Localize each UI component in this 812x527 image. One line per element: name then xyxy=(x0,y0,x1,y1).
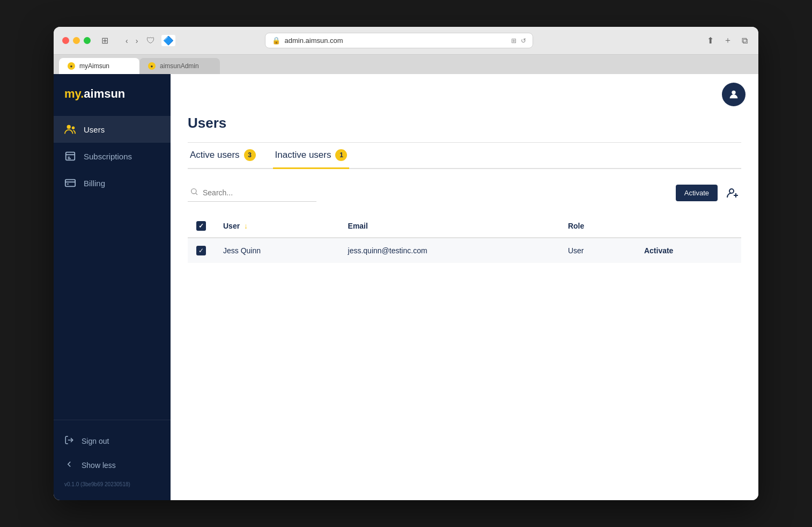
signout-button[interactable]: Sign out xyxy=(54,429,171,453)
row-checkbox-cell: ✓ xyxy=(188,238,215,263)
lock-icon: 🔒 xyxy=(272,36,280,45)
table-header-role: Role xyxy=(559,215,636,238)
sort-icon[interactable]: ↓ xyxy=(244,222,248,230)
refresh-icon[interactable]: ↺ xyxy=(521,37,526,45)
tab-inactive-users[interactable]: Inactive users 1 xyxy=(273,143,350,169)
traffic-lights xyxy=(62,37,91,44)
tab-aimsun-admin[interactable]: ● aimsunAdmin xyxy=(139,58,220,74)
tab-favicon-aimsun: ● xyxy=(148,62,156,70)
showless-button[interactable]: Show less xyxy=(54,453,171,477)
app-container: my.aimsun Users xyxy=(54,74,758,500)
tab-label-aimsun: aimsunAdmin xyxy=(160,62,199,70)
new-tab-button[interactable]: ＋ xyxy=(721,33,734,48)
table-header-email: Email xyxy=(339,215,559,238)
tab-myaimsun[interactable]: ● myAimsun xyxy=(59,58,139,74)
chevron-left-icon xyxy=(64,459,74,471)
shield-icon: 🛡 xyxy=(146,36,155,46)
row-user-name: Jess Quinn xyxy=(215,238,339,263)
toolbar: Activate xyxy=(188,184,741,202)
logo-aimsun: aimsun xyxy=(84,87,125,100)
svg-rect-6 xyxy=(65,180,75,187)
signout-label: Sign out xyxy=(82,437,109,445)
share-button[interactable]: ⬆ xyxy=(705,33,716,48)
sidebar-logo: my.aimsun xyxy=(54,74,171,112)
main-content: Users Active users 3 Inactive users 1 xyxy=(171,74,758,500)
tab-inactive-users-badge: 1 xyxy=(335,149,347,161)
search-box xyxy=(188,184,316,202)
bitwarden-icon: 🔷 xyxy=(161,35,175,46)
url-text: admin.aimsun.com xyxy=(285,36,343,45)
forward-button[interactable]: › xyxy=(134,34,141,47)
browser-window: ⊞ ‹ › 🛡 🔷 🔒 admin.aimsun.com ⊞ ↺ ⬆ ＋ ⧉ ●… xyxy=(54,27,758,500)
version-text: v0.1.0 (3be9b69 20230518) xyxy=(54,477,171,492)
users-icon xyxy=(64,123,76,135)
user-column-label: User xyxy=(223,222,240,230)
user-avatar-button[interactable] xyxy=(722,83,745,106)
row-email: jess.quinn@testinc.com xyxy=(339,238,559,263)
users-table: ✓ User ↓ Email Role xyxy=(188,215,741,263)
tabs-overview-button[interactable]: ⧉ xyxy=(740,34,750,48)
main-header xyxy=(171,74,758,115)
svg-point-11 xyxy=(191,189,196,194)
sidebar-nav: Users Subscriptions xyxy=(54,112,171,420)
add-user-button[interactable] xyxy=(724,185,741,202)
table-header-checkbox: ✓ xyxy=(188,215,215,238)
sidebar: my.aimsun Users xyxy=(54,74,171,500)
tab-active-users-badge: 3 xyxy=(244,149,256,161)
sidebar-item-subscriptions[interactable]: Subscriptions xyxy=(54,143,171,170)
svg-point-13 xyxy=(729,189,734,193)
sidebar-item-billing[interactable]: Billing xyxy=(54,170,171,196)
sidebar-bottom: Sign out Show less v0.1.0 (3be9b69 20230… xyxy=(54,420,171,500)
page-title: Users xyxy=(188,115,741,131)
svg-point-0 xyxy=(67,125,71,129)
svg-point-1 xyxy=(72,127,75,130)
address-bar[interactable]: 🔒 admin.aimsun.com ⊞ ↺ xyxy=(265,33,533,48)
billing-icon xyxy=(64,177,76,189)
table-header-action xyxy=(636,215,741,238)
row-role: User xyxy=(559,238,636,263)
logo-my: my. xyxy=(64,87,84,100)
showless-label: Show less xyxy=(82,461,116,470)
table-header: ✓ User ↓ Email Role xyxy=(188,215,741,238)
search-input[interactable] xyxy=(203,188,299,197)
toolbar-actions: Activate xyxy=(676,185,741,202)
signout-icon xyxy=(64,435,74,447)
maximize-button[interactable] xyxy=(84,37,91,44)
subscriptions-icon xyxy=(64,150,76,162)
sidebar-item-billing-label: Billing xyxy=(84,179,105,188)
tab-label-myaimsun: myAimsun xyxy=(79,62,109,70)
minimize-button[interactable] xyxy=(73,37,80,44)
svg-rect-8 xyxy=(67,184,69,185)
tab-active-users-label: Active users xyxy=(190,150,240,160)
search-icon xyxy=(190,187,198,198)
browser-actions: ⬆ ＋ ⧉ xyxy=(705,33,750,48)
row-checkbox[interactable]: ✓ xyxy=(196,246,206,255)
row-activate-link[interactable]: Activate xyxy=(644,246,673,255)
browser-titlebar: ⊞ ‹ › 🛡 🔷 🔒 admin.aimsun.com ⊞ ↺ ⬆ ＋ ⧉ xyxy=(54,27,758,55)
content-body: Users Active users 3 Inactive users 1 xyxy=(171,115,758,280)
browser-tabbar: ● myAimsun ● aimsunAdmin xyxy=(54,55,758,74)
user-tabs: Active users 3 Inactive users 1 xyxy=(188,143,741,169)
tab-inactive-users-label: Inactive users xyxy=(275,150,331,160)
close-button[interactable] xyxy=(62,37,69,44)
activate-button[interactable]: Activate xyxy=(676,185,718,201)
sidebar-item-users[interactable]: Users xyxy=(54,116,171,143)
sidebar-toggle-button[interactable]: ⊞ xyxy=(97,33,113,48)
header-checkbox[interactable]: ✓ xyxy=(196,221,206,231)
reader-icon: ⊞ xyxy=(511,37,516,45)
logo-text: my.aimsun xyxy=(64,87,125,100)
tab-active-users[interactable]: Active users 3 xyxy=(188,143,258,169)
svg-line-12 xyxy=(196,193,197,195)
tab-favicon-myaimsun: ● xyxy=(68,62,75,70)
sidebar-item-users-label: Users xyxy=(84,125,105,134)
table-header-user: User ↓ xyxy=(215,215,339,238)
back-button[interactable]: ‹ xyxy=(123,34,130,47)
row-action-cell: Activate xyxy=(636,238,741,263)
svg-point-10 xyxy=(732,91,735,94)
table-body: ✓ Jess Quinn jess.quinn@testinc.com User… xyxy=(188,238,741,263)
table-row: ✓ Jess Quinn jess.quinn@testinc.com User… xyxy=(188,238,741,263)
browser-controls: ‹ › xyxy=(123,34,140,47)
sidebar-item-subscriptions-label: Subscriptions xyxy=(84,152,132,161)
